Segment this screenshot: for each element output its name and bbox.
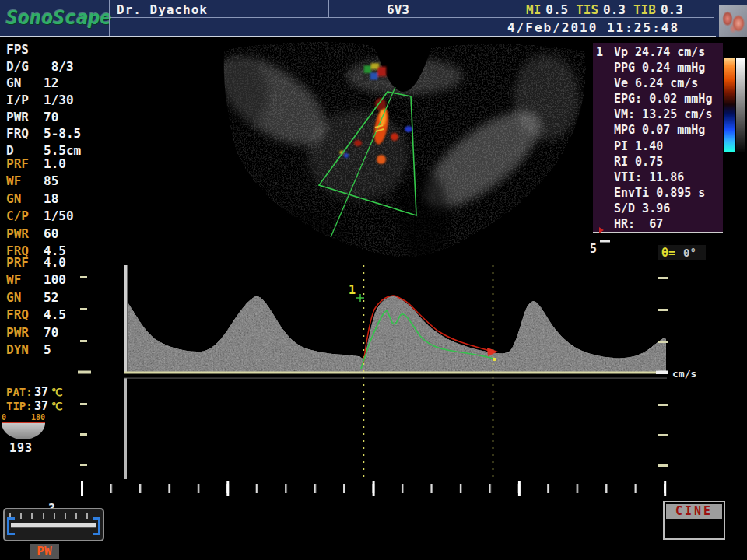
param-row: D/G 8/3 — [6, 59, 81, 76]
measurement-lines: Vp 24.74 cm/sPPG 0.24 mmHgVe 6.24 cm/sEP… — [614, 45, 712, 233]
baseline-right-tick — [656, 371, 668, 375]
strip-divider-line — [124, 378, 667, 379]
doppler-colorbar — [724, 58, 735, 152]
param-value: 12 — [44, 75, 58, 93]
index-value: 0.3 — [661, 2, 683, 17]
bar-divider-v2 — [328, 0, 329, 17]
velocity-unit-label: cm/s — [672, 368, 696, 380]
angle-value: 0° — [683, 247, 696, 259]
param-row: FRQ4.5 — [6, 307, 66, 324]
measurement-line: MPG 0.07 mmHg — [614, 123, 712, 138]
clipboard-thumbnail[interactable] — [719, 5, 747, 37]
param-value: 100 — [44, 272, 66, 289]
acoustic-index: TIB0.3 — [633, 2, 683, 17]
param-value: 52 — [44, 290, 58, 307]
param-row: GN52 — [6, 290, 66, 307]
time-axis-major-ticks — [81, 481, 667, 496]
bar-bottom-line — [0, 36, 716, 37]
temp-value: 37 — [34, 385, 48, 399]
velocity-scale-left — [78, 276, 91, 466]
frame-number: 193 — [9, 441, 48, 455]
measurement-line: Ve 6.24 cm/s — [614, 76, 712, 92]
probe-angle-gauge: 0 180 193 — [2, 413, 48, 455]
doppler-baseline[interactable] — [124, 372, 667, 374]
color-parameters: PRF1.0 WF85 GN18 C/P1/50 PWR60 FRQ4.5 — [6, 156, 74, 261]
measurement-index: 1 — [596, 45, 603, 59]
param-value: 60 — [44, 226, 58, 243]
scrubber-ruler-ticks — [9, 513, 98, 519]
temp-unit: ℃ — [51, 387, 63, 398]
temp-unit: ℃ — [51, 401, 63, 412]
spectral-display: 1 cm/s 5 θ= 0° — [78, 240, 706, 496]
depth-marker-label: 5 — [590, 242, 597, 256]
shadow-bottom-left — [249, 212, 350, 255]
param-label: GN — [6, 290, 44, 307]
shadow-left — [218, 58, 268, 128]
measurement-line: PPG 0.24 mmHg — [614, 61, 712, 76]
cine-scrubber[interactable] — [3, 508, 104, 541]
temp-row: PAT:37℃ — [6, 385, 63, 399]
param-label: GN — [6, 75, 44, 93]
param-value: 18 — [44, 191, 58, 208]
param-value: 4.0 — [44, 255, 66, 272]
measurement-line: HR: 67 — [614, 217, 712, 233]
temp-label: PAT: — [6, 386, 34, 398]
temp-value: 37 — [34, 399, 48, 413]
param-row: GN12 — [6, 75, 81, 93]
sweep-start-line-lower — [124, 378, 127, 479]
index-label: MI — [526, 2, 541, 17]
param-label: FRQ — [6, 307, 44, 324]
bmode-parameters: FPS D/G 8/3 GN12 I/P1/30 PWR70 FRQ5-8.5 … — [6, 42, 81, 160]
index-label: TIB — [633, 2, 656, 17]
temp-row: TIP:37℃ — [6, 399, 63, 413]
param-row: I/P1/30 — [6, 93, 81, 110]
index-value: 0.5 — [545, 2, 568, 17]
doppler-parameters: PRF4.0 WF100 GN52 FRQ4.5 PWR70 DYN5 — [6, 255, 66, 359]
param-value: 5-8.5 — [44, 126, 81, 143]
grayscale-bar — [736, 58, 745, 152]
vendor-logo: SonoScape — [6, 6, 106, 29]
param-label: PWR — [6, 226, 44, 243]
param-label: I/P — [6, 93, 44, 110]
datetime: 4/Feb/2010 11:25:48 — [507, 20, 679, 35]
cine-button-label: CINE — [666, 504, 722, 519]
temp-label: TIP: — [6, 400, 34, 412]
acoustic-index: MI0.5 — [526, 2, 568, 17]
param-row: WF85 — [6, 173, 74, 191]
measurement-line: RI 0.75 — [614, 155, 712, 170]
gauge-max: 180 — [31, 413, 45, 422]
param-row: PWR60 — [6, 226, 74, 243]
gauge-min: 0 — [2, 413, 6, 422]
param-row: WF100 — [6, 272, 66, 289]
angle-label: θ= — [661, 246, 675, 260]
physician-name: Dr. Dyachok — [117, 2, 208, 17]
param-value: 70 — [44, 110, 58, 127]
scrubber-thumb-bar[interactable] — [11, 523, 96, 527]
param-value: 1/30 — [44, 93, 74, 110]
ultrasound-screen: { "header": { "logo": "SonoScape", "phys… — [0, 0, 747, 560]
acoustic-indices: MI0.5 TIS0.3 TIB0.3 — [526, 2, 683, 17]
cine-button[interactable]: CINE — [663, 501, 725, 540]
param-label: PWR — [6, 110, 44, 127]
measurement-line: PI 1.40 — [614, 139, 712, 155]
param-value: 70 — [44, 325, 58, 342]
param-label: PWR — [6, 325, 44, 342]
param-label: D/G — [6, 59, 44, 76]
measurement-line: VTI: 11.86 — [614, 170, 712, 186]
temperature-readouts: PAT:37℃ TIP:37℃ — [6, 385, 63, 412]
param-label: FRQ — [6, 126, 44, 143]
index-label: TIS — [576, 2, 598, 17]
param-value: 85 — [44, 173, 58, 191]
param-value: 1/50 — [44, 208, 74, 226]
param-row: PWR70 — [6, 325, 66, 342]
active-measurement-arrow — [599, 227, 604, 233]
top-status-bar: SonoScape Dr. Dyachok 6V3 MI0.5 TIS0.3 T… — [0, 0, 747, 37]
measurement-line: S/D 3.96 — [614, 201, 712, 217]
measurement-line: Vp 24.74 cm/s — [614, 45, 712, 61]
bar-divider-v1 — [109, 0, 110, 36]
trace-end-tick — [493, 358, 496, 361]
param-label: PRF — [6, 156, 44, 173]
probe-orientation-marker — [363, 62, 388, 81]
param-label: WF — [6, 173, 44, 191]
param-row: DYN5 — [6, 342, 66, 359]
